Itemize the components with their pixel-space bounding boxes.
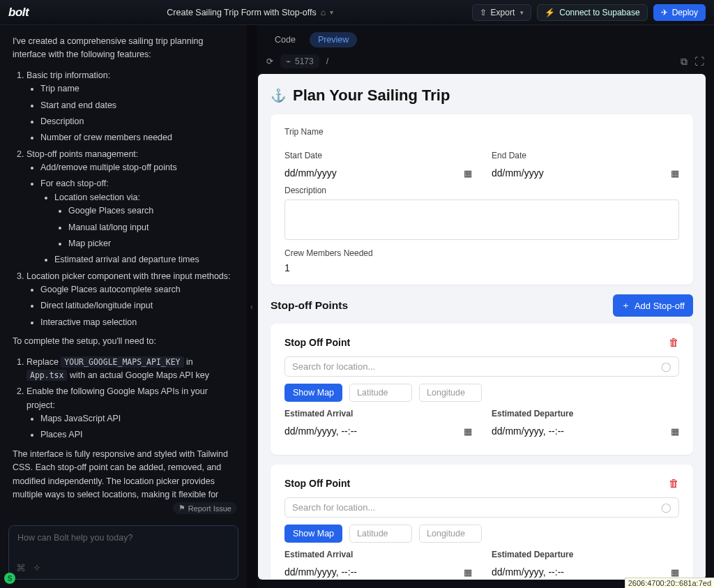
chat-text: Places API	[40, 428, 234, 442]
datetime-placeholder: dd/mm/yyyy, --:--	[492, 425, 564, 437]
start-date-label: Start Date	[284, 151, 472, 160]
upload-icon: ⇧	[480, 8, 487, 17]
chat-text: For each stop-off:	[40, 179, 109, 188]
chat-text: Estimated arrival and departure times	[54, 253, 234, 266]
sparkle-icon[interactable]: ✧	[33, 562, 41, 573]
status-badge[interactable]: S	[4, 573, 15, 584]
show-map-button[interactable]: Show Map	[284, 525, 342, 543]
trip-name-label: Trip Name	[284, 127, 679, 137]
est-departure-label: Estimated Departure	[492, 409, 679, 419]
report-label: Report Issue	[188, 504, 231, 513]
chat-text: Replace YOUR_GOOGLE_MAPS_API_KEY in App.…	[26, 356, 234, 383]
est-departure-label: Estimated Departure	[492, 550, 679, 559]
description-textarea[interactable]	[284, 199, 679, 240]
tab-preview[interactable]: Preview	[310, 32, 357, 47]
longitude-input[interactable]: Longitude	[419, 384, 482, 402]
tabs: Code Preview	[257, 25, 714, 52]
chat-text: Map picker	[68, 237, 234, 250]
inline-code: App.tsx	[26, 370, 67, 381]
calendar-icon[interactable]: ▦	[464, 567, 472, 578]
top-actions: ⇧ Export ▾ ⚡ Connect to Supabase ✈ Deplo…	[472, 4, 706, 21]
chat-text: I've created a comprehensive sailing tri…	[13, 35, 234, 62]
chat-input-placeholder: How can Bolt help you today?	[17, 533, 132, 543]
chevron-down-icon[interactable]: ▾	[330, 8, 333, 16]
fullscreen-icon[interactable]: ⛶	[694, 56, 704, 67]
export-button[interactable]: ⇧ Export ▾	[472, 4, 532, 21]
report-issue-button[interactable]: ⚑ Report Issue	[173, 502, 237, 514]
url-path: /	[326, 56, 328, 66]
reload-icon[interactable]: ⟳	[266, 56, 273, 66]
search-placeholder: Search for location...	[292, 361, 375, 372]
show-map-button[interactable]: Show Map	[284, 384, 342, 402]
chat-input[interactable]: How can Bolt help you today? ⌘ ✧	[8, 525, 238, 580]
longitude-input[interactable]: Longitude	[419, 525, 482, 543]
supabase-label: Connect to Supabase	[559, 8, 639, 17]
calendar-icon[interactable]: ▦	[671, 567, 679, 578]
trash-icon[interactable]: 🗑	[669, 477, 679, 489]
terminal-icon: ⌁	[286, 56, 291, 66]
chevron-down-icon: ▾	[520, 9, 524, 16]
est-arrival-input[interactable]: dd/mm/yyyy, --:-- ▦	[284, 423, 472, 444]
crew-label: Crew Members Needed	[284, 248, 679, 258]
date-placeholder: dd/mm/yyyy	[492, 167, 544, 179]
est-arrival-label: Estimated Arrival	[284, 409, 472, 419]
search-icon: ◯	[661, 502, 671, 513]
trip-info-card: Trip Name Start Date dd/mm/yyyy ▦ End Da…	[271, 114, 693, 285]
start-date-input[interactable]: dd/mm/yyyy ▦	[284, 165, 472, 186]
est-departure-input[interactable]: dd/mm/yyyy, --:-- ▦	[492, 423, 679, 444]
stopoff-title: Stop Off Point	[284, 337, 350, 348]
est-arrival-label: Estimated Arrival	[284, 550, 472, 559]
calendar-icon[interactable]: ▦	[464, 168, 472, 179]
datetime-placeholder: dd/mm/yyyy, --:--	[284, 425, 357, 437]
connect-supabase-button[interactable]: ⚡ Connect to Supabase	[537, 4, 647, 21]
project-title-text: Create Sailing Trip Form with Stop-offs	[167, 8, 316, 17]
add-stopoff-button[interactable]: ＋ Add Stop-off	[613, 294, 693, 317]
chat-text: Description	[40, 115, 234, 128]
stopoff-card: Stop Off Point 🗑 Search for location... …	[271, 465, 693, 580]
trash-icon[interactable]: 🗑	[669, 336, 679, 348]
latitude-input[interactable]: Latitude	[349, 525, 412, 543]
open-window-icon[interactable]: ⧉	[681, 56, 688, 68]
chat-scroll[interactable]: I've created a comprehensive sailing tri…	[0, 25, 247, 501]
end-date-input[interactable]: dd/mm/yyyy ▦	[492, 165, 679, 186]
crew-input[interactable]: 1	[284, 262, 679, 273]
logo: bolt	[8, 6, 29, 20]
chat-text: Maps JavaScript API	[40, 412, 234, 425]
chat-text: To complete the setup, you'll need to:	[13, 335, 234, 348]
location-search-input[interactable]: Search for location... ◯	[284, 497, 679, 518]
calendar-icon[interactable]: ▦	[671, 168, 679, 179]
add-stopoff-label: Add Stop-off	[635, 301, 685, 311]
status-bar: 2606:4700:20::681a:7ed	[625, 578, 714, 588]
chat-text: Trip name	[40, 82, 234, 96]
home-icon[interactable]: ⌂	[321, 8, 326, 17]
deploy-label: Deploy	[672, 8, 698, 17]
preview-url-bar: ⟳ ⌁ 5173 / ⧉ ⛶	[257, 52, 714, 74]
search-placeholder: Search for location...	[292, 502, 375, 513]
datetime-placeholder: dd/mm/yyyy, --:--	[492, 566, 564, 578]
url-port: 5173	[295, 56, 314, 66]
inline-code: YOUR_GOOGLE_MAPS_API_KEY	[61, 356, 183, 368]
preview-frame[interactable]: ⚓ Plan Your Sailing Trip Trip Name Start…	[258, 74, 706, 580]
chat-text: Location picker component with three inp…	[26, 271, 231, 281]
pane-collapse-handle[interactable]: ‹	[247, 25, 257, 588]
est-arrival-input[interactable]: dd/mm/yyyy, --:-- ▦	[284, 564, 472, 580]
tab-code[interactable]: Code	[266, 32, 304, 47]
url-box[interactable]: ⌁ 5173	[280, 54, 319, 68]
chat-text: Basic trip information:	[26, 70, 110, 80]
calendar-icon[interactable]: ▦	[464, 426, 472, 437]
deploy-button[interactable]: ✈ Deploy	[653, 4, 706, 21]
date-placeholder: dd/mm/yyyy	[284, 167, 337, 179]
chat-text: Number of crew members needed	[40, 131, 234, 144]
deploy-icon: ✈	[661, 8, 668, 17]
datetime-placeholder: dd/mm/yyyy, --:--	[284, 566, 357, 578]
stopoff-card: Stop Off Point 🗑 Search for location... …	[271, 324, 693, 455]
location-search-input[interactable]: Search for location... ◯	[284, 356, 679, 377]
latitude-input[interactable]: Latitude	[349, 384, 412, 402]
calendar-icon[interactable]: ▦	[671, 426, 679, 437]
link-icon[interactable]: ⌘	[16, 562, 26, 573]
top-bar: bolt Create Sailing Trip Form with Stop-…	[0, 0, 714, 25]
search-icon: ◯	[661, 361, 671, 372]
preview-panel: Code Preview ⟳ ⌁ 5173 / ⧉ ⛶ ⚓ Plan Your …	[257, 25, 714, 588]
chat-text: The interface is fully responsive and st…	[13, 448, 234, 501]
main-area: I've created a comprehensive sailing tri…	[0, 25, 714, 588]
